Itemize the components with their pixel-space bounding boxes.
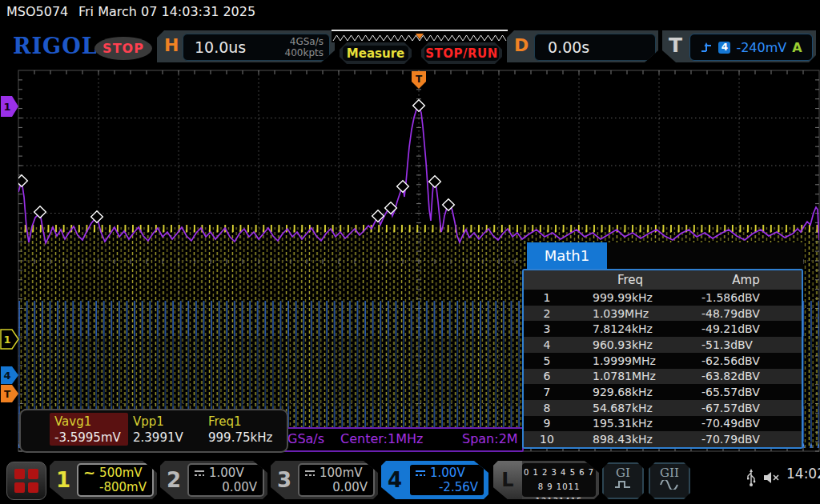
math1-fft-trace	[18, 106, 819, 243]
math-row: 4960.93kHz-51.3dBV	[524, 337, 802, 353]
run-state-badge: STOP	[94, 37, 152, 60]
delay-label: D	[514, 35, 529, 55]
menu-button[interactable]	[6, 462, 46, 500]
math-row: 7929.68kHz-65.57dBV	[524, 384, 802, 400]
delay-value: 0.00s	[548, 38, 589, 56]
overview-zigzag	[332, 32, 508, 43]
trigger-slope-icon	[700, 42, 713, 54]
datetime-text: Fri March 07 14:03:31 2025	[78, 4, 255, 19]
measurement-value: 999.75kHz	[208, 430, 272, 445]
channel-3-button[interactable]: 3 100mV 0.00V	[271, 461, 378, 499]
fft-center-freq: Center:1MHz	[340, 431, 423, 446]
peak-diamond-marker	[16, 175, 28, 187]
peak-diamond-marker	[413, 100, 425, 112]
measurement-label[interactable]: Vpp1	[133, 414, 164, 429]
math1-peak-panel: Math1 Freq Amp 1999.99kHz-1.586dBV21.039…	[522, 242, 803, 449]
column-header-freq: Freq	[570, 273, 690, 287]
svg-text:T: T	[4, 389, 11, 400]
peak-diamond-marker	[372, 210, 384, 222]
trigger-source-badge: 4	[718, 42, 730, 54]
fft-span: Span:2M	[462, 431, 518, 446]
waveform-overview-strip[interactable]	[332, 30, 508, 42]
trigger-mode: A	[792, 40, 802, 55]
sample-rate-depth: 4GSa/s 400kpts	[285, 36, 324, 59]
bottom-status-bar: 1 ~ 500mV -800mV 2 1.00V 0.00V 3	[0, 458, 820, 504]
svg-text:4: 4	[3, 370, 10, 382]
oscilloscope-screen: MSO5074 Fri March 07 14:03:31 2025 RIGOL…	[0, 0, 820, 504]
ch4-ground-marker[interactable]: 4	[1, 366, 18, 384]
peak-diamond-marker	[385, 202, 397, 214]
math1-level-marker[interactable]: 1	[1, 96, 18, 117]
svg-text:1: 1	[3, 101, 10, 113]
channel-4-offset: -2.56V	[439, 480, 478, 494]
svg-text:1: 1	[3, 334, 10, 346]
svg-text:T: T	[416, 74, 423, 85]
logic-channels-button[interactable]: L 0 1 2 3 4 5 6 7 8 9 1011 12131415	[493, 461, 599, 499]
peak-markers	[16, 100, 455, 223]
usb-icon	[745, 469, 758, 488]
measurement-value: 2.3991V	[133, 430, 183, 445]
channel-1-button[interactable]: 1 ~ 500mV -800mV	[50, 461, 157, 499]
peak-diamond-marker	[34, 206, 46, 218]
ch1-ground-marker[interactable]: 1	[1, 330, 18, 349]
model-name: MSO5074	[6, 4, 68, 19]
dc-coupling-icon	[415, 469, 426, 477]
measure-button[interactable]: Measure	[340, 42, 412, 64]
horizontal-label: H	[164, 35, 179, 55]
horizontal-settings-button[interactable]: H 10.0us 4GSa/s 400kpts	[157, 30, 335, 62]
dc-coupling-icon	[304, 469, 316, 477]
channel-2-button[interactable]: 2 1.00V 0.00V	[160, 461, 267, 499]
channel-1-scale: 500mV	[99, 466, 143, 480]
rigol-logo: RIGOL	[13, 34, 98, 58]
sine-wave-icon	[660, 480, 679, 490]
fft-status-bar: GSa/s Center:1MHz Span:2M	[282, 427, 524, 452]
math-peak-table: Freq Amp 1999.99kHz-1.586dBV21.039MHz-48…	[522, 269, 803, 449]
ac-coupling-icon: ~	[83, 469, 95, 477]
header-bar: RIGOL STOP H 10.0us 4GSa/s 400kpts Measu…	[0, 24, 820, 67]
channel-4-button-selected[interactable]: 4 1.00V -2.56V	[381, 461, 488, 499]
math-row: 61.0781MHz-63.82dBV	[524, 369, 802, 385]
dc-coupling-icon	[194, 469, 205, 477]
clock-text: 14:02	[786, 466, 820, 482]
measurement-value: -3.5995mV	[54, 430, 121, 445]
math-row: 854.687kHz-67.57dBV	[524, 400, 802, 416]
channel-1-offset: -800mV	[99, 480, 147, 494]
channel-2-number: 2	[160, 461, 187, 499]
channel-1-number: 1	[50, 461, 77, 499]
math-row: 51.9999MHz-62.56dBV	[524, 353, 802, 369]
measurement-label[interactable]: Freq1	[208, 414, 242, 429]
trigger-position-marker[interactable]: T	[412, 71, 426, 89]
math-row: 37.8124kHz-49.21dBV	[524, 321, 802, 337]
peak-diamond-marker	[429, 176, 441, 188]
math-panel-header-strip	[607, 242, 803, 269]
fft-sample-rate: GSa/s	[287, 431, 324, 446]
peak-diamond-marker	[397, 181, 409, 193]
trigger-level-marker[interactable]: T	[1, 385, 18, 402]
trigger-settings-button[interactable]: T 4 -240mV A	[662, 30, 816, 62]
channel-3-number: 3	[271, 461, 298, 499]
delay-settings-button[interactable]: D 0.00s	[507, 30, 658, 62]
logic-label: L	[493, 461, 522, 499]
measurement-label[interactable]: Vavg1	[54, 414, 91, 429]
math1-tab[interactable]: Math1	[527, 242, 607, 269]
math-row: 10898.43kHz-70.79dBV	[524, 431, 802, 447]
column-header-amp: Amp	[690, 273, 802, 287]
trigger-level-value: -240mV	[736, 40, 786, 55]
generator-1-button[interactable]: GI	[602, 462, 644, 499]
generator-2-button[interactable]: GII	[649, 462, 690, 499]
channel-2-scale: 1.00V	[209, 466, 244, 480]
timebase-value: 10.0us	[195, 38, 246, 56]
trigger-label: T	[669, 34, 682, 57]
square-wave-icon	[614, 480, 632, 489]
channel-4-number: 4	[381, 461, 408, 499]
channel-2-offset: 0.00V	[222, 480, 257, 494]
stop-run-button[interactable]: STOP/RUN	[421, 42, 502, 64]
math-row: 21.039MHz-48.79dBV	[524, 306, 802, 322]
peak-diamond-marker	[91, 211, 103, 223]
top-info-bar: MSO5074 Fri March 07 14:03:31 2025	[0, 0, 820, 24]
math-row: 1999.99kHz-1.586dBV	[524, 290, 802, 306]
channel-3-scale: 100mV	[320, 466, 363, 480]
peak-diamond-marker	[443, 199, 455, 211]
channel-3-offset: 0.00V	[332, 480, 368, 494]
speaker-muted-icon	[762, 470, 782, 485]
